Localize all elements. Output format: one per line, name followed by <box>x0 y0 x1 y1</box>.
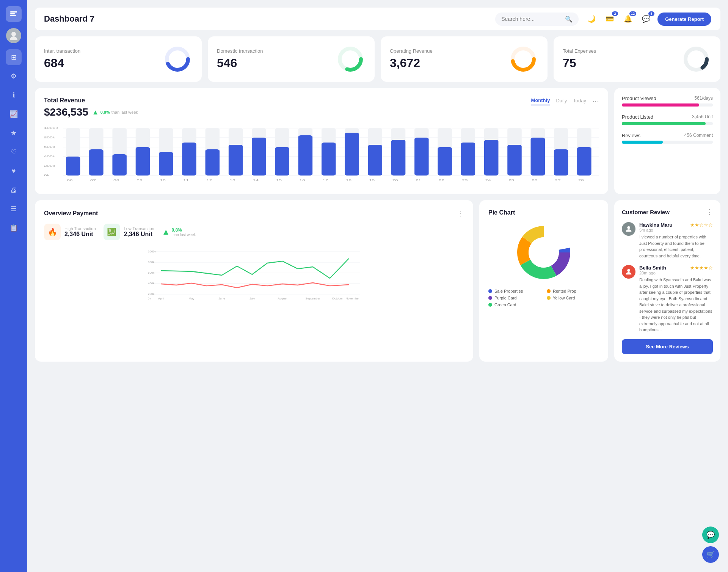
review-item-0: Hawkins Maru ★★☆☆☆ 5m ago I viewed a num… <box>622 222 713 259</box>
bell-badge: 12 <box>629 11 636 16</box>
theme-toggle-btn[interactable]: 🌙 <box>585 12 598 26</box>
svg-rect-68 <box>554 149 568 176</box>
sidebar-item-printer[interactable]: 🖨 <box>6 182 22 198</box>
high-transaction-icon: 🔥 <box>44 224 61 240</box>
revenue-tabs: Monthly Daily Today ⋯ <box>531 97 599 105</box>
review-stars-0: ★★☆☆☆ <box>690 222 713 228</box>
svg-rect-56 <box>275 147 289 176</box>
svg-rect-64 <box>461 143 475 176</box>
svg-text:27: 27 <box>555 179 560 182</box>
svg-rect-0 <box>10 11 17 13</box>
stat-value-0: 684 <box>44 56 162 70</box>
sidebar-item-list[interactable]: 📋 <box>6 220 22 236</box>
reviews-card: Customer Review ⋮ Hawkins Maru ★★☆☆☆ 5m … <box>614 200 720 362</box>
svg-text:07: 07 <box>90 179 96 182</box>
svg-text:18: 18 <box>346 179 351 182</box>
support-float-btn[interactable]: 💬 <box>702 527 719 543</box>
progress-fill-0 <box>622 103 699 107</box>
svg-text:12: 12 <box>206 179 212 182</box>
tab-daily[interactable]: Daily <box>556 98 567 105</box>
svg-text:September: September <box>305 297 320 300</box>
tab-today[interactable]: Today <box>573 98 586 105</box>
review-time-1: 20m ago <box>639 271 713 275</box>
svg-point-118 <box>627 226 630 229</box>
float-buttons: 💬 🛒 <box>702 527 719 563</box>
search-input[interactable] <box>501 16 562 22</box>
svg-rect-48 <box>89 149 103 176</box>
svg-text:24: 24 <box>485 179 491 182</box>
donut-chart-1 <box>335 44 366 74</box>
sidebar-item-heart[interactable]: ♥ <box>6 163 22 179</box>
payment-high-value: 2,346 Unit <box>64 231 96 238</box>
svg-rect-65 <box>484 140 498 176</box>
chat-badge: 5 <box>648 11 654 16</box>
payment-change-pct: 0,8% <box>171 227 196 233</box>
svg-text:November: November <box>346 297 360 300</box>
sidebar-item-menu[interactable]: ☰ <box>6 201 22 217</box>
svg-rect-59 <box>345 133 359 176</box>
page-title: Dashboard 7 <box>44 14 489 24</box>
svg-rect-50 <box>136 147 150 176</box>
generate-report-button[interactable]: Generate Report <box>657 13 711 26</box>
revenue-header: Total Revenue $236,535 ▲ 0,8% than last … <box>44 97 599 118</box>
sidebar-item-dashboard[interactable]: ⊞ <box>6 49 22 65</box>
header: Dashboard 7 🔍 🌙 💳 2 🔔 12 💬 5 Generate Re… <box>35 8 720 30</box>
payment-high-label: High Transaction <box>64 226 96 231</box>
svg-rect-62 <box>414 138 428 176</box>
revenue-change-pct: 0,8% <box>100 110 110 114</box>
bar-chart-area: 1000k 800k 600k 400k 200k 0k <box>44 124 599 185</box>
revenue-value: $236,535 <box>44 106 88 118</box>
payment-low-label: Low Transaction <box>124 226 154 231</box>
review-time-0: 5m ago <box>639 228 713 232</box>
user-avatar[interactable] <box>6 28 21 43</box>
pie-card: Pie Chart <box>479 200 608 362</box>
svg-text:17: 17 <box>323 179 328 182</box>
sidebar: ⊞ ⚙ ℹ 📈 ★ ♡ ♥ 🖨 ☰ 📋 <box>0 0 27 572</box>
sidebar-item-settings[interactable]: ⚙ <box>6 68 22 84</box>
legend-item-2: Rented Prop <box>547 289 599 293</box>
search-bar[interactable]: 🔍 <box>495 13 579 26</box>
svg-rect-57 <box>298 135 312 176</box>
svg-point-119 <box>627 269 630 272</box>
review-name-1: Bella Smith <box>639 265 666 271</box>
sidebar-item-star[interactable]: ★ <box>6 125 22 141</box>
svg-text:28: 28 <box>578 179 584 182</box>
reviews-more-btn[interactable]: ⋮ <box>706 208 713 216</box>
sidebar-item-heart-outline[interactable]: ♡ <box>6 144 22 160</box>
svg-text:April: April <box>158 297 164 300</box>
svg-text:August: August <box>278 297 288 300</box>
svg-rect-66 <box>507 145 521 176</box>
wallet-badge: 2 <box>612 11 618 16</box>
sidebar-item-analytics[interactable]: 📈 <box>6 106 22 122</box>
analytics-value-0: 561/days <box>694 96 713 101</box>
reviews-header: Customer Review ⋮ <box>622 208 713 216</box>
stats-row: Inter. transaction 684 Domestic transact… <box>35 36 720 82</box>
donut-chart-0 <box>162 44 193 74</box>
svg-rect-1 <box>10 13 15 14</box>
payment-stat-high: 🔥 High Transaction 2,346 Unit <box>44 224 96 240</box>
search-icon: 🔍 <box>565 16 573 23</box>
cart-float-btn[interactable]: 🛒 <box>702 546 719 563</box>
review-avatar-0 <box>622 222 635 236</box>
chat-btn[interactable]: 💬 5 <box>639 12 653 26</box>
svg-text:26: 26 <box>532 179 537 182</box>
see-more-reviews-button[interactable]: See More Reviews <box>622 339 713 354</box>
wallet-btn[interactable]: 💳 2 <box>603 12 617 26</box>
svg-rect-55 <box>252 138 266 176</box>
review-avatar-1 <box>622 265 635 279</box>
sidebar-item-info[interactable]: ℹ <box>6 87 22 103</box>
stat-label-2: Operating Revenue <box>390 48 508 54</box>
svg-text:600k: 600k <box>44 145 55 149</box>
svg-text:200k: 200k <box>148 292 155 296</box>
tab-monthly[interactable]: Monthly <box>531 97 550 105</box>
line-chart-svg: 1000k 800k 600k 400k 200k 0k April May J… <box>44 248 464 301</box>
svg-text:200k: 200k <box>44 164 55 168</box>
revenue-card: Total Revenue $236,535 ▲ 0,8% than last … <box>35 88 608 194</box>
revenue-more-btn[interactable]: ⋯ <box>592 97 599 105</box>
svg-point-3 <box>11 32 16 36</box>
bell-btn[interactable]: 🔔 12 <box>621 12 635 26</box>
payment-stat-low: 💹 Low Transaction 2,346 Unit <box>104 224 154 240</box>
payment-more-btn[interactable]: ⋮ <box>457 209 464 218</box>
stat-label-3: Total Expenses <box>563 48 681 54</box>
analytics-value-1: 3,456 Unit <box>692 114 713 120</box>
